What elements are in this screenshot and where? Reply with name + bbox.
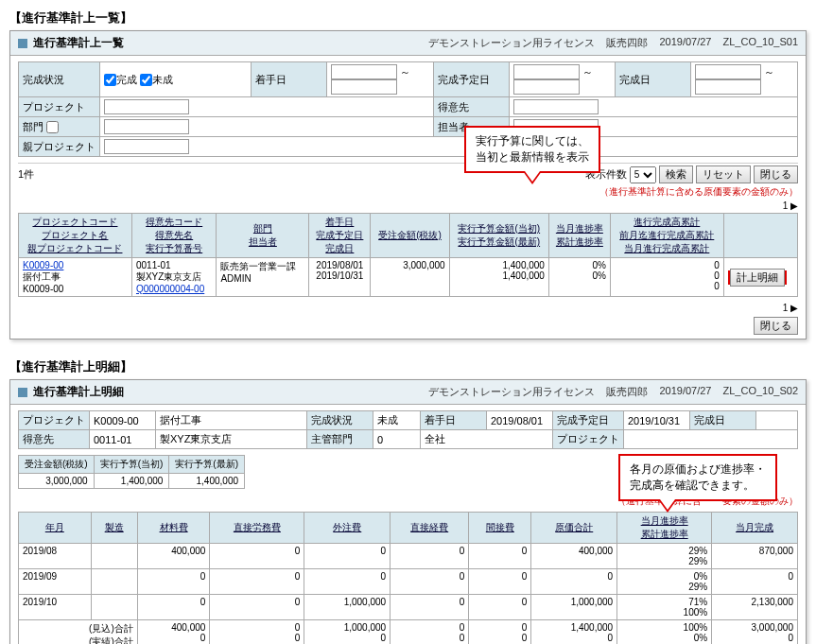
h-person[interactable]: 担当者 (249, 236, 277, 247)
tot-gai: 1,000,000 (344, 622, 387, 633)
reset-button[interactable]: リセット (696, 165, 751, 183)
h-comp3[interactable]: 当月進行完成高累計 (624, 243, 709, 253)
sh2: 実行予算(当初) (94, 456, 169, 474)
tot-gen: 1,400,000 (571, 622, 614, 633)
panel-detail: 進行基準計上明細 デモンストレーション用ライセンス 販売四郎 2019/07/2… (9, 379, 807, 644)
callout-budget: 実行予算に関しては、 当初と最新情報を表示 (464, 126, 600, 173)
lbl2-proj: プロジェクト (19, 411, 90, 430)
tot-gai2: 0 (381, 633, 387, 643)
dh-genka[interactable]: 原価合計 (555, 522, 593, 532)
detail-button[interactable]: 計上明細 (730, 269, 785, 287)
end-from[interactable] (695, 64, 761, 79)
project-input[interactable] (104, 99, 189, 114)
lbl-dept: 部門 (19, 117, 100, 137)
dh-roumu[interactable]: 直接労務費 (234, 522, 281, 532)
tot-kse2: 0 (788, 633, 793, 643)
chk-done[interactable] (104, 74, 116, 86)
table-row: K0009-00据付工事K0009-00 0011-01製XYZ東京支店Q000… (19, 258, 798, 297)
h-projname[interactable]: プロジェクト名 (42, 230, 108, 240)
dh-p1[interactable]: 当月進捗率 (641, 515, 688, 526)
dh-keihi[interactable]: 直接経費 (410, 522, 448, 532)
cell-planend: 2019/10/31 (316, 270, 363, 281)
screen-id2: ZL_CO_10_S02 (723, 385, 799, 399)
h-budgetlatest[interactable]: 実行予算金額(最新) (458, 236, 540, 247)
section1-heading: 【進行基準計上一覧】 (9, 9, 807, 26)
summary-table: 受注金額(税抜) 実行予算(当初) 実行予算(最新) 3,000,000 1,4… (18, 455, 245, 489)
end-to[interactable] (695, 79, 761, 95)
page-indicator-bottom: 1 (783, 303, 789, 313)
dh-kansei[interactable]: 当月完成 (736, 522, 773, 532)
cell-parent: K0009-00 (23, 284, 63, 294)
sv2: 1,400,000 (94, 474, 169, 489)
lbl2-start: 着手日 (421, 411, 487, 430)
tot-kei2: 0 (460, 633, 465, 643)
dh-gaichu[interactable]: 外注費 (333, 522, 361, 532)
cell-c2: 0 (714, 270, 720, 281)
tot-l2: (実績)合計 (89, 636, 133, 644)
h-dept[interactable]: 部門 (253, 223, 272, 234)
chk-undone[interactable] (140, 74, 152, 86)
h-custcode[interactable]: 得意先コード (146, 217, 202, 227)
cell-orderamt: 3,000,000 (403, 260, 445, 270)
parent-input[interactable] (104, 139, 189, 154)
h-comp1[interactable]: 進行完成高累計 (634, 217, 700, 227)
detail-table: 年月 製造 材料費 直接労務費 外注費 直接経費 間接費 原価合計 当月進捗率累… (18, 512, 798, 644)
tilde3: ～ (764, 66, 774, 78)
h-progt[interactable]: 累計進捗率 (556, 236, 603, 247)
lbl2-cust: 得意先 (19, 430, 90, 449)
dh-ym[interactable]: 年月 (45, 522, 64, 532)
tot-p1: 100% (684, 622, 708, 633)
close-button-top[interactable]: 閉じる (754, 165, 798, 183)
h-comp2[interactable]: 前月迄進行完成高累計 (619, 230, 714, 240)
dept-input[interactable] (104, 119, 189, 134)
cell-start: 2019/08/01 (316, 260, 363, 270)
cell-c1: 0 (714, 260, 720, 270)
tot-kse: 3,000,000 (752, 622, 794, 633)
v-projcode: K0009-00 (90, 411, 156, 430)
dh-seizo[interactable]: 製造 (105, 522, 124, 532)
table-row: 2019/090000000%29%0 (19, 569, 798, 595)
disp-count-select[interactable]: 5 (630, 166, 656, 183)
user-text2: 販売四郎 (606, 385, 648, 399)
close-button-bottom[interactable]: 閉じる (754, 317, 798, 335)
h-progm[interactable]: 当月進捗率 (556, 223, 603, 234)
lbl-project: プロジェクト (19, 97, 100, 117)
h-projcode[interactable]: プロジェクトコード (32, 217, 117, 227)
page-indicator: 1 (783, 200, 789, 211)
tot-zai2: 0 (200, 633, 206, 643)
tot-p1b: 0% (694, 633, 707, 643)
lbl-status: 完成状況 (19, 62, 100, 97)
cell-custcode: 0011-01 (136, 260, 171, 270)
link-budgetno[interactable]: Q000000004-00 (136, 284, 204, 294)
cell-custname: 製XYZ東京支店 (136, 271, 201, 282)
dh-kansetsu[interactable]: 間接費 (486, 522, 514, 532)
h-parentcode[interactable]: 親プロジェクトコード (27, 243, 122, 253)
v-planend: 2019/10/31 (624, 411, 690, 430)
planend-from[interactable] (513, 64, 580, 79)
h-custname[interactable]: 得意先名 (155, 230, 193, 240)
start-to[interactable] (331, 79, 397, 95)
dept-chk[interactable] (46, 121, 59, 133)
lbl-start: 着手日 (252, 62, 327, 97)
tilde2: ～ (582, 66, 593, 78)
total-row: (見込)合計(実績)合計 400,0000 00 1,000,0000 00 0… (19, 620, 798, 645)
cell-dept: 販売第一営業一課 (220, 261, 296, 271)
h-budgetinit[interactable]: 実行予算金額(当初) (458, 223, 540, 234)
search-button[interactable]: 検索 (659, 165, 693, 183)
lbl-parent: 親プロジェクト (19, 137, 100, 157)
link-projcode[interactable]: K0009-00 (23, 260, 63, 270)
customer-input[interactable] (513, 99, 599, 114)
h-start[interactable]: 着手日 (325, 217, 354, 227)
h-end[interactable]: 完成日 (325, 243, 354, 253)
tot-kan2: 0 (522, 633, 528, 643)
h-budgetno[interactable]: 実行予算番号 (146, 243, 202, 253)
h-planend[interactable]: 完成予定日 (316, 230, 363, 240)
h-orderamt[interactable]: 受注金額(税抜) (378, 230, 442, 240)
panel1-title: 進行基準計上一覧 (33, 35, 124, 51)
start-from[interactable] (331, 64, 397, 79)
dh-zairyo[interactable]: 材料費 (160, 522, 188, 532)
lbl2-end: 完成日 (690, 411, 756, 430)
dh-p2[interactable]: 累計進捗率 (641, 529, 688, 539)
planend-to[interactable] (513, 79, 580, 95)
tot-gen2: 0 (608, 633, 614, 643)
